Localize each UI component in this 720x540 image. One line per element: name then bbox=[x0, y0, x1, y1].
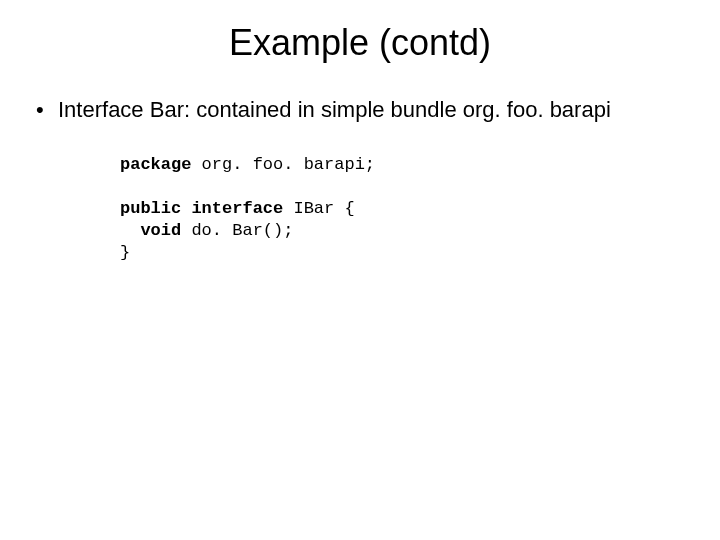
code-indent bbox=[120, 221, 140, 240]
code-text: IBar { bbox=[283, 199, 354, 218]
code-text: } bbox=[120, 243, 130, 262]
slide-body: Interface Bar: contained in simple bundl… bbox=[26, 96, 694, 264]
code-block: package org. foo. barapi; public interfa… bbox=[120, 154, 694, 264]
slide: Example (contd) Interface Bar: contained… bbox=[0, 0, 720, 540]
code-text: do. Bar(); bbox=[181, 221, 293, 240]
code-keyword-package: package bbox=[120, 155, 191, 174]
code-keyword-void: void bbox=[140, 221, 181, 240]
code-text: org. foo. barapi; bbox=[191, 155, 375, 174]
bullet-item: Interface Bar: contained in simple bundl… bbox=[30, 96, 694, 124]
bullet-list: Interface Bar: contained in simple bundl… bbox=[30, 96, 694, 124]
code-keyword-interface: interface bbox=[191, 199, 283, 218]
slide-title: Example (contd) bbox=[26, 22, 694, 64]
code-text bbox=[181, 199, 191, 218]
code-keyword-public: public bbox=[120, 199, 181, 218]
bullet-text: Interface Bar: contained in simple bundl… bbox=[58, 97, 611, 122]
